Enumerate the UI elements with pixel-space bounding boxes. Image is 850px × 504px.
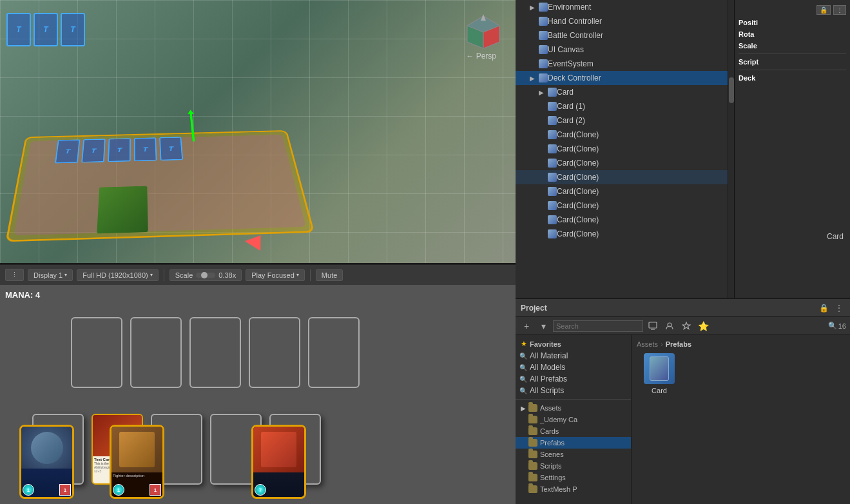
folder-icon xyxy=(528,404,537,412)
navigation-cube[interactable] xyxy=(464,13,503,52)
hierarchy-item-eventsystem[interactable]: EventSystem xyxy=(516,57,728,71)
unity-icon xyxy=(548,173,557,182)
left-panel: ← Persp T T T T T xyxy=(0,0,516,504)
hierarchy-item-card-clone-selected[interactable]: Card(Clone) xyxy=(516,170,728,184)
assets-textmesh-item[interactable]: TextMesh P xyxy=(516,483,631,495)
breadcrumb: Assets › Prefabs xyxy=(637,340,845,348)
people-btn[interactable] xyxy=(662,319,677,333)
hierarchy-scrollbar[interactable] xyxy=(728,0,734,298)
unity-icon xyxy=(539,31,548,40)
dropdown-button[interactable]: ▾ xyxy=(536,319,550,333)
scale-button[interactable]: Scale 0.38x xyxy=(169,269,242,281)
inspector-deck-label: Deck xyxy=(739,74,846,82)
hierarchy-item-card-clone-6[interactable]: Card(Clone) xyxy=(516,213,728,227)
search-all-prefabs-row: 🔍 All Prefabs xyxy=(516,373,631,385)
unity-icon xyxy=(548,229,557,238)
hero-card-1[interactable]: 1 1 xyxy=(19,425,74,499)
hero-card-3[interactable]: 7 xyxy=(251,425,306,499)
resolution-selector[interactable]: Full HD (1920x1080) ▾ xyxy=(77,269,159,281)
project-toolbar: + ▾ ⭐ 🔍 16 xyxy=(516,317,850,335)
assets-settings-item[interactable]: Settings xyxy=(516,472,631,483)
mute-button[interactable]: Mute xyxy=(316,269,343,281)
star-icon: ★ xyxy=(521,340,527,348)
search-icon: 🔍 xyxy=(519,376,527,383)
project-title: Project xyxy=(521,304,547,313)
blueprint-card-4: T xyxy=(134,137,157,161)
search-all-material-row: 🔍 All Material xyxy=(516,350,631,362)
inspector-scale-label: Scale xyxy=(739,42,846,50)
inspector-kebab-btn[interactable]: ⋮ xyxy=(833,5,846,15)
unity-icon xyxy=(548,116,557,125)
assets-udemy-item[interactable]: _Udemy Ca xyxy=(516,414,631,425)
viewport-background: ← Persp T T T T T xyxy=(0,0,516,263)
hierarchy-item-card-clone-2[interactable]: Card(Clone) xyxy=(516,142,728,156)
search-icon: 🔍 xyxy=(519,364,527,371)
show-in-explorer-btn[interactable] xyxy=(646,319,660,333)
assets-header[interactable]: ▶ Assets xyxy=(516,402,631,414)
hierarchy-item-card-clone-5[interactable]: Card(Clone) xyxy=(516,199,728,213)
hierarchy-item-card-clone-4[interactable]: Card(Clone) xyxy=(516,184,728,199)
hero-mana-1: 1 xyxy=(23,484,34,496)
game-viewport[interactable]: ← Persp T T T T T xyxy=(0,0,516,264)
favorites-header[interactable]: ★ Favorites xyxy=(516,338,631,350)
assets-cards-item[interactable]: Cards xyxy=(516,425,631,437)
expand-arrow: ▶ xyxy=(539,89,546,96)
card-slot-4 xyxy=(249,317,300,388)
panel-lock-icon[interactable]: 🔒 xyxy=(818,302,829,314)
hero-mana-3: 7 xyxy=(255,484,266,496)
play-focused-button[interactable]: Play Focused ▾ xyxy=(246,269,305,281)
blueprint-card-3: T xyxy=(108,138,131,162)
star-btn[interactable]: ⭐ xyxy=(696,319,710,333)
prefab-label: Card xyxy=(652,387,667,394)
assets-scenes-item[interactable]: Scenes xyxy=(516,449,631,460)
project-panel: Project 🔒 ⋮ + ▾ xyxy=(516,298,850,504)
unity-icon xyxy=(548,215,557,224)
unity-icon xyxy=(548,88,557,97)
display-selector[interactable]: Display 1 ▾ xyxy=(28,269,73,281)
hierarchy-item-hand-controller[interactable]: Hand Controller xyxy=(516,14,728,28)
scrollbar-thumb[interactable] xyxy=(729,77,734,103)
hierarchy-item-card-clone-7[interactable]: Card(Clone) xyxy=(516,227,728,241)
inspector-lock-btn[interactable]: 🔒 xyxy=(816,5,831,15)
card-slot-5 xyxy=(308,317,360,388)
top-section: ▶ Environment Hand Controller xyxy=(516,0,850,298)
top-card-slots xyxy=(71,317,360,388)
toolbar-divider-2 xyxy=(310,269,311,281)
hierarchy-item-battle-controller[interactable]: Battle Controller xyxy=(516,28,728,43)
add-button[interactable]: + xyxy=(519,319,534,333)
hierarchy-item-card-1[interactable]: Card (1) xyxy=(516,99,728,113)
hierarchy-item-card-clone-3[interactable]: Card(Clone) xyxy=(516,156,728,170)
expand-arrow: ▶ xyxy=(530,4,537,11)
hierarchy-item-card-clone-1[interactable]: Card(Clone) xyxy=(516,128,728,142)
assets-scripts-item[interactable]: Scripts xyxy=(516,460,631,472)
hero-attack-2: 1 xyxy=(150,484,161,496)
hero-card-2[interactable]: Fighter description 1 1 xyxy=(110,425,164,499)
favorites-btn[interactable] xyxy=(679,319,693,333)
unity-icon xyxy=(548,102,557,111)
inspector-divider-1 xyxy=(739,53,846,54)
sidebar-divider xyxy=(516,399,631,400)
unity-icon xyxy=(548,159,557,168)
svg-rect-5 xyxy=(649,322,657,328)
prefab-item-card[interactable]: Card xyxy=(637,353,682,394)
expand-arrow: ▶ xyxy=(530,75,537,82)
prefab-grid: Card xyxy=(637,353,845,394)
hierarchy-item-card-2[interactable]: Card (2) xyxy=(516,113,728,128)
hierarchy-item-deck-controller[interactable]: ▶ Deck Controller xyxy=(516,71,728,85)
unity-icon xyxy=(539,45,548,54)
breadcrumb-sep: › xyxy=(661,340,663,348)
project-search-input[interactable] xyxy=(553,320,643,332)
hierarchy-item-environment[interactable]: ▶ Environment xyxy=(516,0,728,14)
project-main-area: Assets › Prefabs Card xyxy=(632,335,850,504)
panel-header-icons: 🔒 ⋮ xyxy=(818,302,845,314)
folder-icon xyxy=(528,427,537,435)
hierarchy-item-ui-canvas[interactable]: UI Canvas xyxy=(516,43,728,57)
panel-kebab-icon[interactable]: ⋮ xyxy=(833,302,845,314)
unity-icon xyxy=(539,17,548,26)
three-dots-menu[interactable]: ⋮ xyxy=(5,269,24,281)
hierarchy-panel: ▶ Environment Hand Controller xyxy=(516,0,728,298)
folder-icon xyxy=(528,485,537,493)
hierarchy-item-card[interactable]: ▶ Card xyxy=(516,85,728,99)
assets-prefabs-item[interactable]: Prefabs xyxy=(516,437,631,449)
search-all-models-row: 🔍 All Models xyxy=(516,362,631,373)
